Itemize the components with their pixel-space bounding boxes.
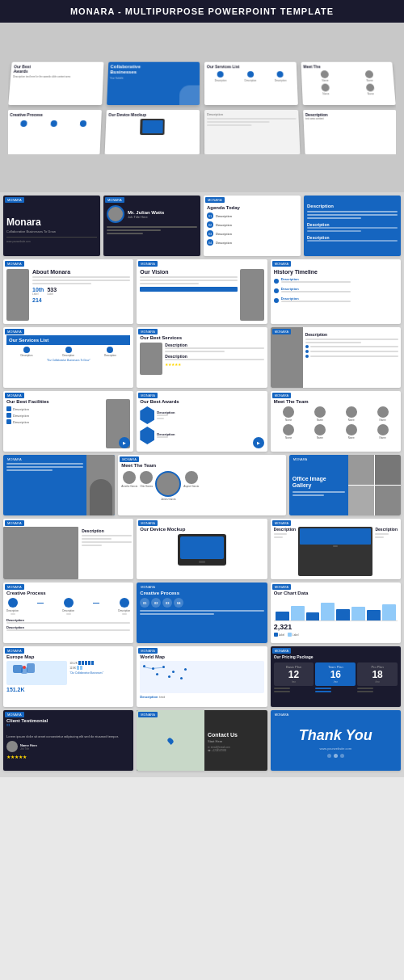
slide-awards: MONARA Our Best Awards Description Descr… <box>137 391 267 452</box>
slide-profile: MONARA Mr. Julian Watts Job Title Here <box>103 196 200 256</box>
desc-blue-title: Description <box>307 204 398 208</box>
about-title: About Monara <box>32 269 130 275</box>
slide-label-op: MONARA <box>5 520 24 526</box>
slide-office-photo: MONARA Description <box>3 519 133 579</box>
slide-image-right: MONARA Description <box>271 327 401 388</box>
hero-slide-4: Meet The Name Name Name Name <box>301 62 396 105</box>
hero-perspective-grid: Our Best Awards Description text here fo… <box>8 62 396 154</box>
agenda-item-3: 03 Description <box>207 230 297 237</box>
slides-row-3: MONARA Our Services List Description Des… <box>3 327 401 388</box>
slide-label-bs: MONARA <box>138 329 158 334</box>
monara-subtitle: Collaborative Businesses To Grow <box>6 229 97 233</box>
slides-row-1: MONARA Monara Collaborative Businesses T… <box>3 196 401 256</box>
hero-slide-7: Description <box>204 110 300 154</box>
awards-title: Our Best Awards <box>140 399 263 404</box>
team-member-7: Name <box>336 424 366 440</box>
thankyou-text: Thank You <box>299 727 372 744</box>
slide-vision: MONARA Our Vision <box>137 259 267 324</box>
dm2-desc1: Description <box>274 527 297 532</box>
slide-best-services: MONARA Our Best Services Description Des… <box>137 327 267 388</box>
agenda-item-2: 02 Description <box>207 221 297 228</box>
slide-gallery: MONARA Office Image Gallery <box>289 455 401 515</box>
slides-row-2: MONARA About Monara 10thLabel 533Label 2… <box>3 259 401 324</box>
slide-about: MONARA About Monara 10thLabel 533Label 2… <box>3 259 133 324</box>
best-services-title: Our Best Services <box>140 335 263 340</box>
pricing-basic: Basic Plan 12 /mo <box>274 662 314 686</box>
team-otto: Otto Garcia <box>140 471 153 501</box>
chart-number: 2,321 <box>274 623 398 631</box>
profile-name: Mr. Julian Watts <box>128 210 164 215</box>
slides-row-9: MONARA Client Testimonial " Lorem ipsum … <box>3 710 401 771</box>
slide-chart: MONARA Our Chart Data 2,321 Label <box>271 583 401 643</box>
slide-label-ty: MONARA <box>272 712 292 717</box>
team-member-6: Name <box>305 424 335 440</box>
slide-device-mockup2: MONARA Description Description <box>271 519 401 579</box>
slide-label-sl: MONARA <box>5 329 24 334</box>
creative1-title: Creative Process <box>6 591 130 595</box>
slide-europe-map: MONARA Europe Map 151.2K <box>3 646 133 707</box>
slide-label-dm2: MONARA <box>272 520 292 526</box>
slide-label-gal: MONARA <box>291 456 310 462</box>
slide-label-chart: MONARA <box>272 584 292 590</box>
slides-row-4: MONARA Our Best Facilities Description D… <box>3 391 401 452</box>
hero-slide-1: Our Best Awards Description text here fo… <box>8 62 103 105</box>
cp1-step2: Description <box>62 598 74 616</box>
team-member-8: Name <box>368 424 398 440</box>
profile-role: Job Title Here <box>128 215 164 219</box>
agenda-item-4: 04 Description <box>207 239 297 246</box>
agenda-item-1: 01 Description <box>207 212 297 219</box>
facility-2: Description <box>6 413 103 418</box>
chart-title: Our Chart Data <box>274 591 398 595</box>
slide-label-wm: MONARA <box>138 648 158 654</box>
slide-team-grid: MONARA Meet The Team Name Name Name <box>271 391 401 452</box>
hero-slide-3: Our Services List Description Descriptio… <box>204 62 297 105</box>
slide-desc-blue: Description Description Description <box>304 196 401 256</box>
slide-label-tg: MONARA <box>272 393 292 398</box>
team-member-2: Name <box>305 406 335 422</box>
hero-slide-8: Description text area content <box>303 110 396 154</box>
slide-facilities: MONARA Our Best Facilities Description D… <box>3 391 133 452</box>
slides-row-5: MONARA MONARA Meet The Team <box>3 455 401 515</box>
slide-label-contact: MONARA <box>138 712 158 717</box>
slide-creative2: MONARA Creative Process 01 02 03 04 <box>137 583 267 643</box>
bullet-2 <box>305 350 398 353</box>
team-james: James Garcia <box>155 471 181 501</box>
testimonial-text: Lorem ipsum dolor sit amet consectetur a… <box>6 734 130 739</box>
hero-slide-6: Our Device Mockup <box>104 110 200 154</box>
timeline-item-1: Description <box>274 277 398 284</box>
slides-row-7: MONARA Creative Process Description Desc… <box>3 583 401 643</box>
testimonial-stars: ★★★★★ <box>6 754 130 759</box>
meet-team-title: Meet The Team <box>121 463 282 468</box>
team-anneke: Anneke Garcia <box>121 471 137 501</box>
team-grid-title: Meet The Team <box>274 399 398 404</box>
timeline-title: History Timeline <box>274 269 398 275</box>
slide-label-vision: MONARA <box>138 261 158 267</box>
pricing-pro: Pro Plan 18 /mo <box>357 662 398 686</box>
slide-contact: MONARA Contact Us Start Here ✉ email@ema… <box>137 710 267 771</box>
cp1-step3: Description <box>118 598 130 616</box>
agenda-title: Agenda Today <box>207 205 297 210</box>
slide-person-blue: MONARA <box>3 455 115 515</box>
timeline-item-2: Description <box>274 287 398 294</box>
facility-1: Description <box>6 406 103 411</box>
dm2-desc2: Description <box>375 527 398 532</box>
team-member-3: Name <box>336 406 366 422</box>
slide-meet-team-full: MONARA Meet The Team Anneke Garcia Otto … <box>118 455 285 515</box>
services-list-title: Our Services List <box>9 338 128 343</box>
slide-label-3: MONARA <box>205 197 225 203</box>
bullet-3 <box>305 355 398 358</box>
slide-timeline: MONARA History Timeline Description Desc… <box>271 259 401 324</box>
contact-title: Contact Us <box>208 732 264 738</box>
facilities-title: Our Best Facilities <box>6 399 103 404</box>
facility-3: Description <box>6 419 103 424</box>
slides-row-6: MONARA Description MONARA Our Device Moc… <box>3 519 401 579</box>
pricing-title: Our Pricing Package <box>274 654 398 659</box>
slide-creative1: MONARA Creative Process Description Desc… <box>3 583 133 643</box>
gallery-title: Office Image Gallery <box>292 476 345 490</box>
slides-row-8: MONARA Europe Map 151.2K <box>3 646 401 707</box>
device-title: Our Device Mockup <box>140 527 263 532</box>
slide-label-timeline: MONARA <box>272 261 292 267</box>
quote-mark: " <box>6 725 130 733</box>
bullet-1 <box>305 345 398 348</box>
slide-label-eur: MONARA <box>5 648 24 654</box>
